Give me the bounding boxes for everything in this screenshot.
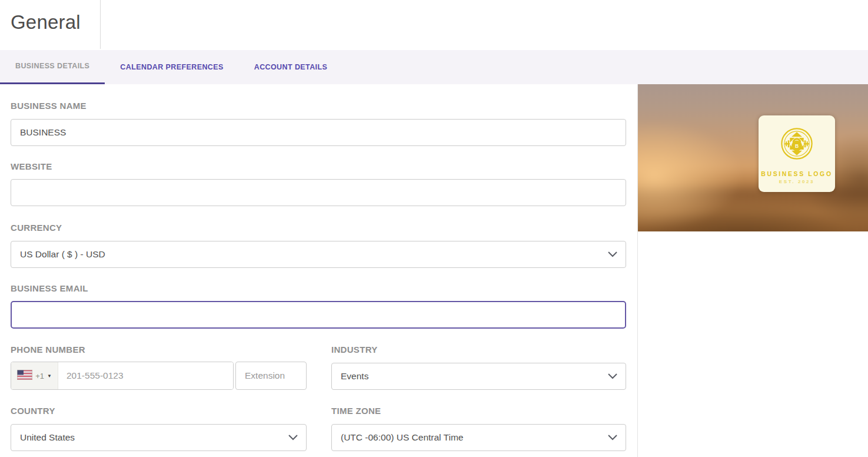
tab-account-details[interactable]: ACCOUNT DETAILS <box>239 50 343 84</box>
business-logo: B BUSINESS LOGO EST. 2023 <box>759 115 835 192</box>
phone-number-label: PHONE NUMBER <box>11 345 85 355</box>
country-select[interactable]: United States <box>11 424 307 451</box>
phone-extension-input[interactable] <box>235 362 307 390</box>
chevron-down-icon <box>288 432 298 443</box>
timezone-select-value: (UTC -06:00) US Central Time <box>341 432 463 443</box>
timezone-select[interactable]: (UTC -06:00) US Central Time <box>331 424 626 451</box>
phone-number-input[interactable] <box>58 362 233 389</box>
timezone-label: TIME ZONE <box>331 406 381 416</box>
logo-text-line1: BUSINESS LOGO <box>761 170 832 177</box>
business-email-label: BUSINESS EMAIL <box>11 283 88 293</box>
chevron-down-icon <box>608 432 617 443</box>
currency-label: CURRENCY <box>11 223 62 233</box>
country-select-value: United States <box>20 432 75 443</box>
tab-calendar-preferences[interactable]: CALENDAR PREFERENCES <box>105 50 238 84</box>
page-header: General <box>0 0 868 50</box>
industry-label: INDUSTRY <box>331 345 378 355</box>
website-input[interactable] <box>11 179 626 206</box>
industry-select[interactable]: Events <box>331 363 626 390</box>
business-name-input[interactable] <box>11 119 626 146</box>
business-cover-image: B BUSINESS LOGO EST. 2023 BUSINESS <box>638 84 868 231</box>
logo-monogram: B <box>795 143 799 149</box>
industry-select-value: Events <box>341 371 368 382</box>
us-flag-icon <box>17 370 32 382</box>
currency-select[interactable]: US Dollar ( $ ) - USD <box>11 241 626 268</box>
chevron-down-icon <box>608 371 617 382</box>
page-title: General <box>11 11 81 34</box>
phone-number-group: +1 ▼ <box>11 362 234 390</box>
country-label: COUNTRY <box>11 406 55 416</box>
caret-down-icon: ▼ <box>47 373 52 379</box>
currency-select-value: US Dollar ( $ ) - USD <box>20 249 105 260</box>
business-email-input[interactable] <box>11 301 626 329</box>
chevron-down-icon <box>608 249 617 260</box>
settings-tabbar: BUSINESS DETAILS CALENDAR PREFERENCES AC… <box>0 50 868 84</box>
business-name-label: BUSINESS NAME <box>11 101 87 111</box>
logo-text-line2: EST. 2023 <box>779 179 814 184</box>
country-code-dropdown[interactable]: +1 ▼ <box>11 362 58 389</box>
business-logo-emblem-icon: B <box>776 122 818 167</box>
tab-business-details[interactable]: BUSINESS DETAILS <box>0 50 105 84</box>
dial-code: +1 <box>35 372 44 380</box>
header-divider <box>100 0 101 49</box>
website-label: WEBSITE <box>11 161 52 171</box>
general-settings-page: General BUSINESS DETAILS CALENDAR PREFER… <box>0 0 868 457</box>
